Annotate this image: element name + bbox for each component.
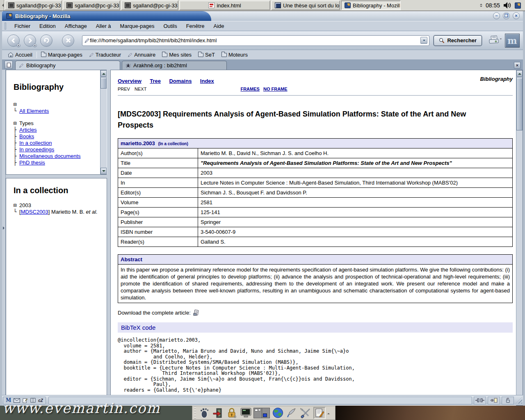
menu-aller-a[interactable]: Aller à bbox=[92, 22, 115, 30]
url-bar[interactable] bbox=[82, 35, 429, 46]
bookmark-accueil[interactable]: Accueil bbox=[5, 51, 35, 59]
taskbar-scroll-left-button[interactable] bbox=[0, 0, 4, 11]
scroll-up-button[interactable] bbox=[100, 70, 107, 77]
toolbar-grippy[interactable] bbox=[5, 23, 6, 30]
panel-handle[interactable] bbox=[194, 407, 196, 419]
back-dropdown[interactable] bbox=[16, 44, 21, 47]
close-button[interactable]: × bbox=[513, 12, 520, 19]
forward-button[interactable] bbox=[24, 34, 36, 47]
reload-button[interactable] bbox=[40, 34, 52, 47]
link-mdsc2003[interactable]: MDSC2003 bbox=[21, 209, 48, 215]
taskbar-window-these[interactable]: Une thèse qui sort du lo bbox=[271, 0, 340, 10]
tools-launcher[interactable] bbox=[299, 407, 312, 419]
workspace-1[interactable] bbox=[254, 408, 262, 418]
nav-overview-link[interactable]: Overview bbox=[118, 78, 142, 84]
taskbar-window-index-html[interactable]: index.html bbox=[179, 0, 270, 10]
nav-noframe-link[interactable]: NO FRAME bbox=[263, 87, 288, 91]
lock-screen-button[interactable] bbox=[226, 407, 238, 419]
frame-splitter-vertical[interactable] bbox=[107, 70, 110, 406]
gnome-menu-button[interactable] bbox=[198, 407, 210, 419]
tab-bibliography[interactable]: Bibliography bbox=[15, 61, 120, 70]
title-bar[interactable]: Bibliography - Mozilla – ❐ × bbox=[2, 11, 523, 21]
taskbar-window-terminal-3[interactable]: sgalland@pc-gi-33.utbn bbox=[121, 0, 178, 10]
tab-label: Arakhnê.org : bib2html bbox=[133, 62, 187, 68]
editor-launcher[interactable] bbox=[285, 407, 298, 419]
collapse-icon[interactable]: ⊟ bbox=[14, 120, 19, 126]
taskbar-window-terminal-1[interactable]: sgalland@pc-gi-33.utbn bbox=[5, 0, 62, 10]
scroll-down-button[interactable] bbox=[100, 168, 107, 174]
online-status-icon[interactable] bbox=[474, 397, 486, 404]
url-history-dropdown[interactable] bbox=[420, 37, 427, 44]
privacy-icon[interactable] bbox=[488, 397, 500, 404]
maximize-button[interactable]: ❐ bbox=[503, 12, 510, 19]
menu-edition[interactable]: Edition bbox=[35, 22, 60, 30]
minimize-button[interactable]: – bbox=[493, 12, 500, 19]
logout-button[interactable] bbox=[212, 407, 224, 419]
link-miscellaneous[interactable]: Miscellaneous documents bbox=[19, 153, 81, 159]
menu-aide[interactable]: Aide bbox=[209, 22, 228, 30]
stop-button[interactable] bbox=[62, 34, 74, 47]
frame-splitter-horizontal[interactable] bbox=[6, 175, 107, 178]
table-row: Date2003 bbox=[118, 168, 513, 178]
menu-fenetre[interactable]: Fenêtre bbox=[182, 22, 209, 30]
resize-grip[interactable] bbox=[516, 397, 522, 404]
table-row: Volume2581 bbox=[118, 198, 513, 208]
tree-branch-icon: ├ bbox=[14, 146, 19, 153]
main-scrollbar[interactable] bbox=[516, 70, 523, 406]
workspace-pager[interactable] bbox=[253, 408, 270, 418]
link-in-a-collection[interactable]: In a collection bbox=[19, 140, 52, 146]
active-window-thumb bbox=[263, 413, 267, 417]
taskbar-pager-spinner[interactable] bbox=[480, 2, 482, 8]
sidebar-splitter[interactable] bbox=[2, 70, 6, 406]
bookmark-traducteur[interactable]: Traducteur bbox=[87, 51, 123, 59]
mozilla-logo[interactable]: m bbox=[505, 34, 520, 48]
taskbar-window-mozilla[interactable]: Bibliography - Mozilla bbox=[341, 0, 401, 10]
search-button[interactable]: Rechercher bbox=[434, 35, 482, 46]
speaker-icon[interactable] bbox=[503, 2, 511, 9]
sidebar-scrollbar[interactable] bbox=[100, 70, 107, 174]
back-button[interactable] bbox=[7, 34, 20, 47]
menu-affichage[interactable]: Affichage bbox=[61, 22, 91, 30]
workspace-2[interactable] bbox=[262, 408, 270, 418]
tab-close-button[interactable]: × bbox=[514, 62, 520, 68]
scroll-thumb[interactable] bbox=[516, 77, 523, 130]
link-all-elements[interactable]: All Elements bbox=[19, 108, 49, 114]
url-input[interactable] bbox=[90, 37, 420, 43]
forward-dropdown[interactable] bbox=[33, 44, 37, 47]
nav-tree-link[interactable]: Tree bbox=[150, 78, 161, 84]
scroll-up-button[interactable] bbox=[516, 70, 523, 77]
bookmark-folder-moteurs[interactable]: Moteurs bbox=[219, 51, 250, 59]
link-articles[interactable]: Articles bbox=[19, 127, 37, 133]
link-phd-thesis[interactable]: PhD thesis bbox=[19, 160, 45, 166]
bookmark-folder-mes-sites[interactable]: Mes sites bbox=[160, 51, 194, 59]
print-dropdown[interactable] bbox=[500, 39, 502, 47]
table-row: InLecture Notes in Computer Science : Mu… bbox=[118, 178, 513, 188]
collapse-icon[interactable]: ⊟ bbox=[14, 101, 19, 107]
taskbar-window-label: sgalland@pc-gi-33.utbn bbox=[133, 2, 178, 9]
security-lock-icon[interactable] bbox=[502, 397, 514, 404]
download-document-icon[interactable] bbox=[193, 310, 200, 316]
nav-index-link[interactable]: Index bbox=[200, 78, 214, 84]
print-button[interactable] bbox=[488, 35, 500, 46]
menu-outils[interactable]: Outils bbox=[159, 22, 181, 30]
notes-app-button[interactable] bbox=[313, 407, 326, 419]
terminal-launcher[interactable] bbox=[240, 407, 252, 419]
tab-arakhne[interactable]: Arakhnê.org : bib2html bbox=[122, 61, 227, 70]
panel-arrow[interactable] bbox=[327, 412, 330, 414]
link-books[interactable]: Books bbox=[19, 133, 34, 139]
link-in-proceedings[interactable]: In proceedings bbox=[19, 146, 54, 153]
bookmark-label: Mes sites bbox=[169, 52, 192, 58]
collapse-icon[interactable]: ⊟ bbox=[14, 202, 19, 208]
nav-domains-link[interactable]: Domains bbox=[169, 78, 192, 84]
nav-frames-link[interactable]: FRAMES bbox=[240, 87, 259, 91]
bookmark-folder-set[interactable]: SeT bbox=[196, 51, 217, 59]
tab-list-button[interactable] bbox=[5, 61, 13, 69]
bookmark-folder-marque-pages[interactable]: Marque-pages bbox=[39, 51, 85, 59]
web-browser-launcher[interactable] bbox=[272, 407, 284, 419]
menu-fichier[interactable]: Fichier bbox=[10, 22, 34, 30]
taskbar-window-terminal-2[interactable]: sgalland@pc-gi-33.utbn bbox=[63, 0, 120, 10]
bookmark-annuaire[interactable]: Annuaire bbox=[125, 51, 158, 59]
scroll-thumb[interactable] bbox=[100, 77, 107, 89]
menu-marque-pages[interactable]: Marque-pages bbox=[116, 22, 159, 30]
tray-mozilla-icon[interactable] bbox=[515, 2, 521, 9]
